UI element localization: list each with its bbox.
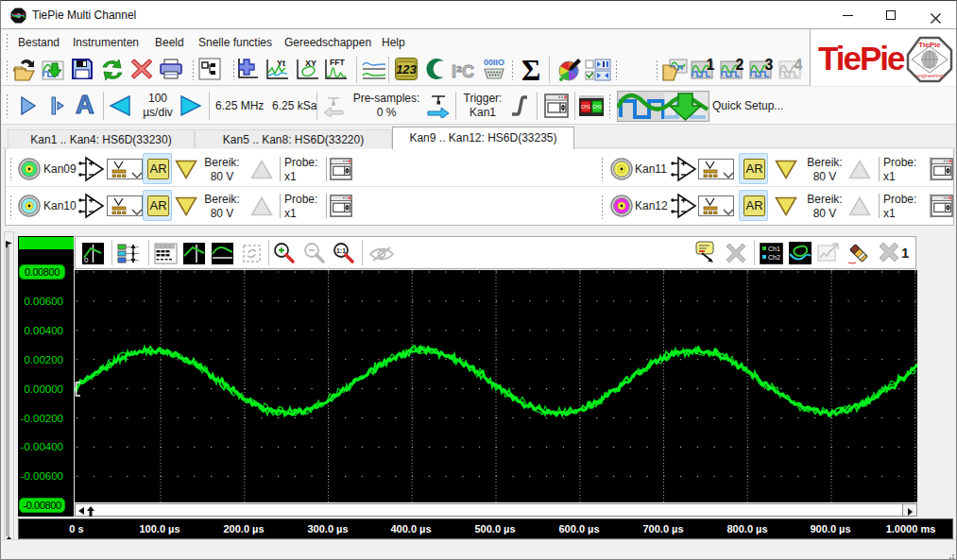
svg-text:FFT: FFT xyxy=(330,58,345,67)
svg-text:TiePie: TiePie xyxy=(918,41,941,49)
svg-text:engineering: engineering xyxy=(916,73,944,78)
svg-text:00IIO: 00IIO xyxy=(484,58,504,67)
svg-text:0: 0 xyxy=(84,256,89,264)
svg-text:3: 3 xyxy=(765,58,774,73)
svg-text:Ch2: Ch2 xyxy=(768,254,780,261)
svg-text:CH1: CH1 xyxy=(581,104,590,110)
svg-text:1:1: 1:1 xyxy=(336,247,346,254)
svg-text:CH2: CH2 xyxy=(592,104,602,110)
svg-text:2: 2 xyxy=(736,58,744,73)
svg-text:4: 4 xyxy=(795,58,803,73)
svg-text:1: 1 xyxy=(707,58,715,73)
svg-text:123: 123 xyxy=(396,62,417,76)
svg-text:I²C: I²C xyxy=(452,62,474,81)
svg-text:Ch1: Ch1 xyxy=(768,246,780,252)
